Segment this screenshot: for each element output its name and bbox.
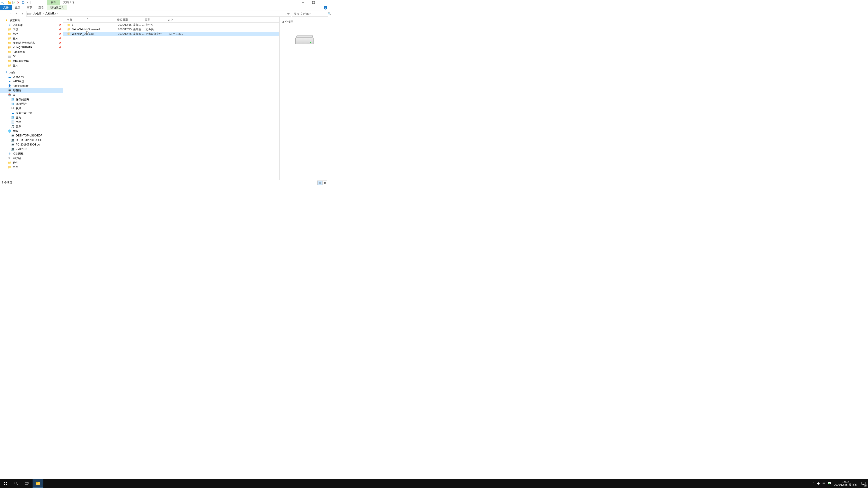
statusbar: 3 个项目 ☰ ▦ bbox=[0, 180, 329, 185]
column-header-date[interactable]: 修改日期 bbox=[117, 18, 145, 22]
qat-dropdown-icon[interactable]: ▾ bbox=[26, 1, 29, 4]
details-view-button[interactable]: ☰ bbox=[317, 181, 322, 185]
file-name: BaiduNetdiskDownload bbox=[72, 28, 118, 31]
nav-recycle-bin[interactable]: 🗑回收站 bbox=[0, 156, 63, 160]
nav-network-pc[interactable]: 💻PC-20190530OBLA bbox=[0, 142, 63, 147]
tab-view[interactable]: 查看 bbox=[35, 5, 47, 10]
nav-libraries[interactable]: 📚库 bbox=[0, 93, 63, 97]
nav-library-item[interactable]: 🖼图片 bbox=[0, 115, 63, 120]
chevron-right-icon[interactable]: › bbox=[31, 12, 32, 15]
back-button[interactable]: ← bbox=[1, 11, 6, 17]
file-row[interactable]: 📁 1 2020/12/15, 星期二 1... 文件夹 bbox=[63, 23, 279, 27]
nav-onedrive[interactable]: ☁OneDrive bbox=[0, 74, 63, 79]
titlebar: ✕ ▾ 管理 文档 (E:) bbox=[0, 0, 329, 5]
nav-label: Bandicam bbox=[13, 51, 25, 54]
nav-pinned-item[interactable]: 📁win7重装win7 bbox=[0, 59, 63, 63]
nav-folder-item[interactable]: 📁软件 bbox=[0, 160, 63, 165]
pin-icon: 📌 bbox=[59, 37, 61, 40]
nav-label: 回收站 bbox=[13, 156, 21, 160]
chevron-right-icon[interactable]: › bbox=[57, 12, 58, 15]
nav-pinned-item[interactable]: 📁下载📌 bbox=[0, 27, 63, 32]
nav-desktop[interactable]: 🖥桌面 bbox=[0, 70, 63, 74]
nav-user[interactable]: 👤Administrator bbox=[0, 84, 63, 88]
star-icon: ★ bbox=[4, 19, 8, 22]
nav-pinned-item[interactable]: 📁Bandicam bbox=[0, 50, 63, 54]
nav-library-item[interactable]: ☁天翼云盘下载 bbox=[0, 111, 63, 115]
tab-file[interactable]: 文件 bbox=[0, 5, 12, 10]
minimize-button[interactable] bbox=[298, 0, 308, 5]
thumbnails-view-button[interactable]: ▦ bbox=[322, 181, 327, 185]
ribbon-expand-icon[interactable]: ⌄ bbox=[320, 6, 322, 9]
up-button[interactable]: ↑ bbox=[20, 11, 25, 17]
app-icon[interactable] bbox=[1, 1, 4, 4]
nav-pinned-item[interactable]: G:\ bbox=[0, 54, 63, 59]
nav-quick-access[interactable]: ★ 快速访问 bbox=[0, 18, 63, 23]
nav-network-pc[interactable]: 💻DESKTOP-NJEU3CG bbox=[0, 138, 63, 142]
undo-icon[interactable] bbox=[21, 1, 25, 4]
folder-icon: 📁 bbox=[8, 41, 11, 45]
nav-library-item[interactable]: 🖼保存的图片 bbox=[0, 97, 63, 102]
address-bar[interactable]: › 此电脑 › 文档 (E:) › ⌄ ⟳ bbox=[26, 11, 291, 17]
file-row[interactable]: 📁 BaiduNetdiskDownload 2020/12/25, 星期五 1… bbox=[63, 27, 279, 32]
search-box[interactable]: 🔍 bbox=[292, 11, 328, 17]
file-name: 1 bbox=[72, 23, 118, 26]
search-icon[interactable]: 🔍 bbox=[328, 12, 331, 15]
nav-library-item[interactable]: 🖼本机照片 bbox=[0, 102, 63, 106]
properties-checkbox-icon[interactable] bbox=[12, 1, 16, 4]
computer-icon: 💻 bbox=[11, 134, 14, 137]
nav-label: 文档 bbox=[13, 32, 18, 36]
nav-library-item[interactable]: 📄文档 bbox=[0, 120, 63, 124]
navigation-pane[interactable]: ★ 快速访问 🖥Desktop📌 📁下载📌 📁文档📌 📁图片📌 📁excel表格… bbox=[0, 17, 63, 180]
nav-control-panel[interactable]: ⚙控制面板 bbox=[0, 151, 63, 156]
folder-icon[interactable] bbox=[7, 1, 11, 4]
nav-wps[interactable]: ☁WPS网盘 bbox=[0, 79, 63, 84]
nav-pinned-item[interactable]: 📁文档📌 bbox=[0, 32, 63, 36]
cloud-icon: ☁ bbox=[11, 111, 14, 115]
column-header-name[interactable]: 名称 bbox=[67, 18, 117, 22]
nav-label: win7重装win7 bbox=[13, 59, 29, 63]
picture-icon: 🖼 bbox=[11, 102, 14, 106]
folder-icon: 📁 bbox=[8, 161, 11, 164]
breadcrumb-item[interactable]: 此电脑 bbox=[33, 12, 42, 15]
sort-ascending-icon: ▴ bbox=[87, 17, 88, 19]
nav-network-pc[interactable]: 💻ZMT2019 bbox=[0, 147, 63, 151]
address-dropdown-icon[interactable]: ⌄ bbox=[285, 13, 287, 15]
chevron-right-icon[interactable]: › bbox=[43, 12, 43, 15]
tab-drive-tools[interactable]: 驱动器工具 bbox=[47, 5, 67, 10]
computer-icon: 💻 bbox=[8, 89, 11, 92]
search-input[interactable] bbox=[293, 12, 328, 15]
close-button[interactable] bbox=[319, 0, 329, 5]
maximize-button[interactable] bbox=[308, 0, 319, 5]
column-header-type[interactable]: 类型 bbox=[145, 18, 168, 22]
nav-label: 下载 bbox=[13, 28, 18, 31]
body: ★ 快速访问 🖥Desktop📌 📁下载📌 📁文档📌 📁图片📌 📁excel表格… bbox=[0, 17, 329, 180]
tab-home[interactable]: 主页 bbox=[12, 5, 24, 10]
refresh-icon[interactable]: ⟳ bbox=[287, 12, 289, 15]
delete-x-icon[interactable]: ✕ bbox=[17, 1, 20, 4]
desktop-icon: 🖥 bbox=[8, 23, 11, 27]
nav-pinned-item[interactable]: 📁图片📌 bbox=[0, 36, 63, 41]
nav-pinned-item[interactable]: 📂YUNQISHI2019📌 bbox=[0, 45, 63, 50]
recent-dropdown-icon[interactable]: ▾ bbox=[13, 11, 19, 17]
tab-share[interactable]: 共享 bbox=[24, 5, 35, 10]
help-icon[interactable]: ? bbox=[324, 6, 327, 9]
nav-network-pc[interactable]: 💻DESKTOP-LSSOEDP bbox=[0, 133, 63, 138]
music-icon: 🎵 bbox=[11, 125, 14, 128]
explorer-window: ✕ ▾ 管理 文档 (E:) 文件 主页 共享 查看 驱动器工具 ⌄ ? ← →… bbox=[0, 0, 329, 185]
nav-network[interactable]: 🌐网络 bbox=[0, 129, 63, 133]
file-row[interactable]: 📀 Win7x64_2020.iso 2020/12/25, 星期五 1... … bbox=[63, 32, 279, 36]
forward-button[interactable]: → bbox=[7, 11, 13, 17]
nav-pinned-item[interactable]: 📁图片 bbox=[0, 63, 63, 68]
nav-folder-item[interactable]: 📁文件 bbox=[0, 165, 63, 169]
nav-label: 软件 bbox=[13, 161, 18, 165]
column-header-size[interactable]: 大小 bbox=[168, 18, 181, 22]
breadcrumb-item[interactable]: 文档 (E:) bbox=[44, 12, 57, 15]
pin-icon: 📌 bbox=[59, 33, 61, 35]
nav-this-pc[interactable]: 💻此电脑 bbox=[0, 88, 63, 93]
nav-label: 桌面 bbox=[9, 70, 15, 74]
nav-label: 快速访问 bbox=[9, 19, 20, 22]
nav-pinned-item[interactable]: 🖥Desktop📌 bbox=[0, 23, 63, 27]
nav-library-item[interactable]: 🎵音乐 bbox=[0, 124, 63, 129]
nav-library-item[interactable]: 🎞视频 bbox=[0, 106, 63, 111]
nav-pinned-item[interactable]: 📁excel表格制作求和📌 bbox=[0, 41, 63, 45]
